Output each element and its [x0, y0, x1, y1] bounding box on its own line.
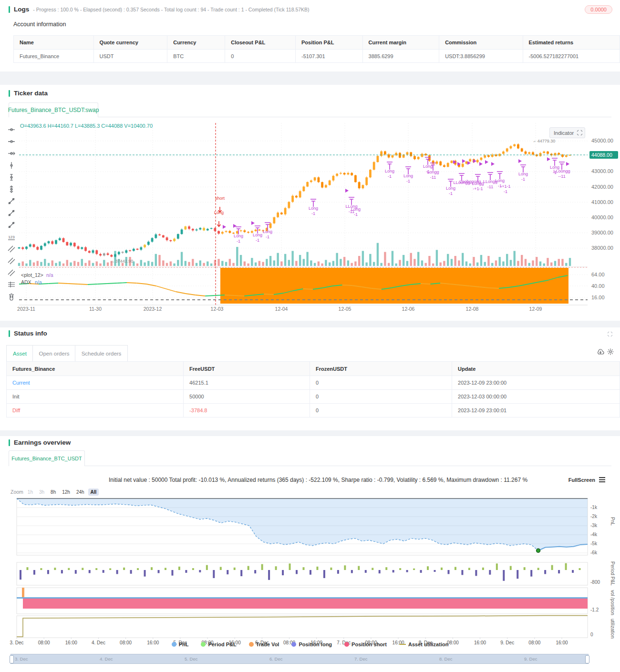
cell[interactable]: Current — [7, 376, 184, 390]
svg-text:-11: -11 — [430, 175, 436, 180]
earnings-tab[interactable]: Futures_Binance_BTC_USDT — [9, 450, 85, 466]
account-info-title: Account information — [13, 21, 66, 28]
col-header: Quote currency — [93, 36, 167, 50]
zoom-button-all[interactable]: All — [88, 489, 99, 496]
svg-text:-+1-1: -+1-1 — [473, 186, 483, 191]
svg-text:Long: Long — [495, 178, 505, 183]
navigator-left-handle[interactable] — [10, 655, 14, 663]
account-table: NameQuote currencyCurrencyCloseout P&LPo… — [13, 35, 620, 63]
svg-text:11-30: 11-30 — [89, 306, 102, 312]
cell: 0 — [310, 376, 452, 390]
earnings-summary: Initial net value : 50000 Total profit: … — [109, 477, 527, 483]
range-navigator[interactable]: 3. Dec4. Dec5. Dec6. Dec7. Dec8. Dec9. D… — [10, 654, 589, 664]
logs-subtitle: - Progress : 100.0 % - Elapsed (second) … — [33, 7, 309, 12]
fullscreen-label[interactable]: FullScreen — [568, 477, 595, 483]
svg-text:-1: -1 — [521, 177, 525, 182]
gear-icon[interactable] — [607, 348, 614, 356]
svg-text:LLoongg: LLoongg — [553, 169, 570, 173]
status-table: Futures_BinanceFreeUSDTFrozenUSDTUpdateC… — [6, 361, 620, 417]
svg-text:Longg: Longg — [427, 170, 439, 174]
col-header: Commission — [439, 36, 523, 50]
zoom-button-12h[interactable]: 12h — [60, 489, 72, 496]
svg-text:42000.00: 42000.00 — [591, 184, 613, 190]
svg-text:Long: Long — [518, 172, 528, 176]
accent-bar — [9, 439, 10, 446]
status-tab-open-orders[interactable]: Open orders — [32, 345, 76, 362]
accent-bar — [9, 6, 10, 13]
legend-dot-swatch — [201, 642, 206, 647]
navigator-label: 5. Dec — [185, 656, 197, 662]
legend-item-asset-utilization[interactable]: Asset utilization — [399, 641, 448, 647]
cell: Diff — [7, 404, 184, 417]
accent-bar — [9, 330, 10, 337]
svg-text:Long: Long — [446, 186, 455, 191]
svg-text:64.00: 64.00 — [591, 272, 605, 277]
svg-text:Long: Long — [403, 173, 413, 178]
svg-text:n/a: n/a — [46, 272, 53, 278]
ticker-tab[interactable]: Futures_Binance_BTC_USDT:swap — [9, 102, 98, 117]
candlestick-chart[interactable]: 45000.0044000.0043000.0042000.0041000.00… — [0, 119, 620, 315]
divider-strip — [0, 321, 620, 327]
svg-text:16.00: 16.00 — [591, 295, 605, 300]
zoom-button-3h[interactable]: 3h — [37, 489, 47, 496]
svg-text:-1: -1 — [388, 174, 392, 179]
svg-text:Long: Long — [214, 210, 224, 215]
col-header: Current margin — [362, 36, 439, 50]
status-title: Status info — [14, 330, 47, 337]
svg-text:38000.00: 38000.00 — [591, 245, 613, 251]
legend-item-position-short[interactable]: Position short — [344, 641, 387, 647]
earnings-chart[interactable]: -1k-2k-3k-4k-5k-6k-800-1.20 — [0, 496, 620, 639]
col-header: FrozenUSDT — [310, 362, 452, 376]
svg-text:--11: --11 — [558, 174, 565, 179]
svg-text:40.00: 40.00 — [591, 283, 605, 289]
navigator-label: 4. Dec — [100, 656, 113, 662]
legend-dot-swatch — [291, 642, 296, 647]
cell: -5107.301 — [295, 50, 362, 63]
indicator-button[interactable]: Indicator — [549, 127, 585, 138]
zoom-button-1h[interactable]: 1h — [25, 489, 35, 496]
col-header: Futures_Binance — [7, 362, 184, 376]
zoom-button-8h[interactable]: 8h — [48, 489, 58, 496]
svg-text:41000.00: 41000.00 — [591, 199, 613, 205]
col-header: Name — [14, 36, 94, 50]
fullscreen-icon[interactable] — [577, 130, 583, 136]
expand-icon[interactable] — [607, 331, 613, 337]
chart-legend[interactable]: PnLPeriod P&LTrade VolPosition longPosit… — [0, 641, 620, 647]
hamburger-menu-icon[interactable] — [599, 477, 606, 483]
svg-text:-1: -1 — [237, 239, 240, 244]
tab-underline — [9, 117, 611, 117]
axis-title: PnL — [610, 517, 615, 526]
svg-text:-1: -1 — [449, 191, 453, 196]
navigator-label: 7. Dec — [354, 656, 367, 662]
svg-text:0: 0 — [590, 632, 593, 637]
svg-text:-3k: -3k — [590, 523, 598, 528]
navigator-label: 6. Dec — [269, 656, 282, 662]
status-tab-asset[interactable]: Asset — [6, 345, 33, 362]
zoom-label: Zoom — [10, 489, 23, 495]
legend-item-period-p-l[interactable]: Period P&L — [201, 641, 236, 647]
svg-text:Long: Long — [309, 206, 318, 211]
ohlc-readout: O=43963.6 H=44160.7 L=43885.3 C=44088 V=… — [20, 123, 153, 129]
legend-item-trade-vol[interactable]: Trade Vol — [249, 641, 279, 647]
legend-item-position-long[interactable]: Position long — [291, 641, 332, 647]
cell: -5006.527182277001 — [523, 50, 620, 63]
navigator-right-handle[interactable] — [585, 655, 589, 663]
download-icon[interactable] — [597, 348, 604, 356]
zoom-controls: Zoom1h3h8h12h24hAll — [10, 487, 100, 496]
cell: Futures_Binance — [14, 50, 94, 63]
legend-dot-swatch — [249, 642, 254, 647]
divider-strip — [0, 71, 620, 85]
col-header: Estimated returns — [523, 36, 620, 50]
col-header: Currency — [167, 36, 225, 50]
svg-text:-1k: -1k — [590, 505, 598, 510]
svg-text:Long: Long — [351, 207, 361, 212]
cell: USDT — [93, 50, 167, 63]
svg-text:-1: -1 — [256, 238, 259, 243]
legend-item-pnl[interactable]: PnL — [172, 641, 189, 647]
backtest-page: Logs - Progress : 100.0 % - Elapsed (sec… — [0, 0, 620, 672]
zoom-button-24h[interactable]: 24h — [74, 489, 87, 496]
status-tab-schedule-orders[interactable]: Schedule orders — [75, 345, 128, 362]
svg-text:2023-12: 2023-12 — [144, 306, 162, 312]
svg-text:-1: -1 — [311, 211, 315, 216]
cell: 0 — [225, 50, 296, 63]
